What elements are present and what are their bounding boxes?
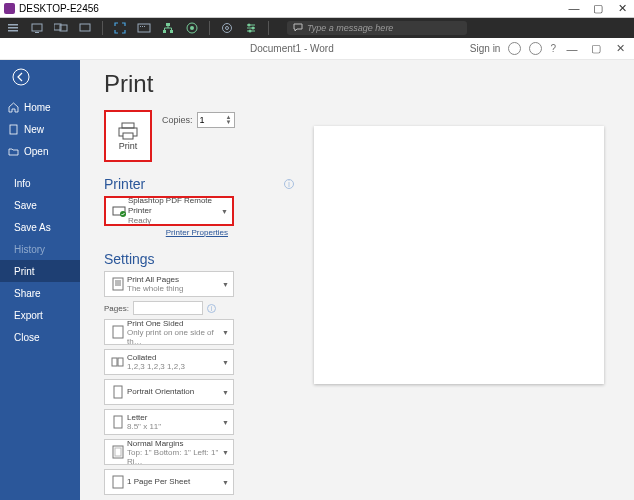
new-doc-icon bbox=[8, 124, 19, 135]
svg-rect-9 bbox=[140, 26, 141, 27]
word-maximize-button[interactable]: ▢ bbox=[588, 42, 604, 55]
sidebar-item-home[interactable]: Home bbox=[0, 96, 80, 118]
folder-open-icon bbox=[8, 146, 19, 157]
print-button-label: Print bbox=[119, 141, 138, 151]
back-button[interactable] bbox=[0, 60, 80, 94]
rc-menu-icon[interactable] bbox=[6, 21, 20, 35]
svg-point-18 bbox=[226, 27, 229, 30]
os-titlebar: DESKTOP-E2456 — ▢ ✕ bbox=[0, 0, 634, 18]
svg-rect-29 bbox=[113, 278, 123, 290]
sidebar-item-share[interactable]: Share bbox=[0, 282, 80, 304]
chevron-down-icon: ▼ bbox=[222, 329, 229, 336]
rc-settings-icon[interactable] bbox=[244, 21, 258, 35]
setting-orientation[interactable]: Portrait Orientation ▼ bbox=[104, 379, 234, 405]
backstage-sidebar: Home New Open Info Save Save As History … bbox=[0, 60, 80, 500]
print-button[interactable]: Print bbox=[104, 110, 152, 162]
printer-status: Ready bbox=[128, 216, 221, 226]
sidebar-item-history: History bbox=[0, 238, 80, 260]
splashtop-logo-icon bbox=[4, 3, 15, 14]
paper-icon bbox=[109, 415, 127, 429]
printer-info-icon[interactable]: i bbox=[284, 179, 294, 189]
setting-pages-per-sheet[interactable]: 1 Page Per Sheet ▼ bbox=[104, 469, 234, 495]
copies-label: Copies: bbox=[162, 115, 193, 125]
svg-rect-8 bbox=[138, 24, 150, 32]
rc-display-icon[interactable] bbox=[78, 21, 92, 35]
feedback-frown-icon[interactable] bbox=[529, 42, 542, 55]
page-per-sheet-icon bbox=[109, 475, 127, 489]
sidebar-item-info[interactable]: Info bbox=[0, 172, 80, 194]
printer-select[interactable]: Splashtop PDF Remote Printer Ready ▼ bbox=[104, 196, 234, 226]
sidebar-item-print[interactable]: Print bbox=[0, 260, 80, 282]
collated-icon bbox=[109, 356, 127, 368]
rc-gear-icon[interactable] bbox=[220, 21, 234, 35]
svg-rect-36 bbox=[115, 448, 121, 456]
copies-value: 1 bbox=[200, 115, 205, 125]
rc-monitor-icon[interactable] bbox=[30, 21, 44, 35]
svg-point-20 bbox=[252, 27, 255, 30]
svg-point-17 bbox=[223, 24, 232, 33]
rc-fullscreen-icon[interactable] bbox=[113, 21, 127, 35]
setting-sided[interactable]: Print One SidedOnly print on one side of… bbox=[104, 319, 234, 345]
pages-info-icon[interactable]: i bbox=[207, 304, 216, 313]
sidebar-item-export[interactable]: Export bbox=[0, 304, 80, 326]
settings-header: Settings bbox=[104, 251, 155, 267]
setting-print-pages[interactable]: Print All PagesThe whole thing ▼ bbox=[104, 271, 234, 297]
sidebar-item-saveas[interactable]: Save As bbox=[0, 216, 80, 238]
os-close-button[interactable]: ✕ bbox=[614, 2, 630, 15]
setting-paper[interactable]: Letter8.5" x 11" ▼ bbox=[104, 409, 234, 435]
document-title: Document1 - Word bbox=[250, 43, 334, 54]
word-close-button[interactable]: ✕ bbox=[612, 42, 628, 55]
word-minimize-button[interactable]: — bbox=[564, 43, 580, 55]
svg-rect-3 bbox=[32, 24, 42, 31]
setting-margins[interactable]: Normal MarginsTop: 1" Bottom: 1" Left: 1… bbox=[104, 439, 234, 465]
svg-rect-32 bbox=[118, 358, 123, 366]
sidebar-item-close[interactable]: Close bbox=[0, 326, 80, 348]
help-button[interactable]: ? bbox=[550, 43, 556, 54]
chevron-down-icon: ▼ bbox=[222, 389, 229, 396]
chat-bubble-icon bbox=[293, 23, 303, 33]
one-sided-icon bbox=[109, 325, 127, 339]
remote-toolbar: Type a message here bbox=[0, 18, 634, 38]
setting-collated[interactable]: Collated1,2,3 1,2,3 1,2,3 ▼ bbox=[104, 349, 234, 375]
svg-rect-12 bbox=[166, 23, 170, 26]
chevron-down-icon: ▼ bbox=[222, 419, 229, 426]
os-maximize-button[interactable]: ▢ bbox=[590, 2, 606, 15]
rc-dual-monitor-icon[interactable] bbox=[54, 21, 68, 35]
rc-keyboard-icon[interactable] bbox=[137, 21, 151, 35]
svg-rect-31 bbox=[112, 358, 117, 366]
os-minimize-button[interactable]: — bbox=[566, 2, 582, 15]
printer-name: Splashtop PDF Remote Printer bbox=[128, 196, 221, 216]
svg-rect-23 bbox=[10, 125, 17, 134]
sidebar-item-open[interactable]: Open bbox=[0, 140, 80, 162]
svg-rect-26 bbox=[123, 133, 133, 139]
signin-link[interactable]: Sign in bbox=[470, 43, 501, 54]
svg-rect-10 bbox=[142, 26, 143, 27]
svg-point-16 bbox=[190, 26, 194, 30]
svg-point-22 bbox=[13, 69, 29, 85]
svg-rect-2 bbox=[8, 30, 18, 32]
printer-properties-link[interactable]: Printer Properties bbox=[104, 228, 234, 237]
svg-point-19 bbox=[248, 24, 251, 27]
feedback-smile-icon[interactable] bbox=[508, 42, 521, 55]
pages-icon bbox=[109, 277, 127, 291]
rc-network-icon[interactable] bbox=[161, 21, 175, 35]
rc-record-icon[interactable] bbox=[185, 21, 199, 35]
margins-icon bbox=[109, 445, 127, 459]
svg-rect-7 bbox=[80, 24, 90, 31]
copies-spinner[interactable]: ▲▼ bbox=[226, 115, 232, 125]
svg-rect-34 bbox=[114, 416, 122, 428]
svg-rect-0 bbox=[8, 24, 18, 26]
svg-point-21 bbox=[249, 30, 252, 33]
svg-rect-33 bbox=[114, 386, 122, 398]
copies-input[interactable]: 1 ▲▼ bbox=[197, 112, 235, 128]
sidebar-label-open: Open bbox=[24, 146, 48, 157]
printer-icon bbox=[117, 121, 139, 141]
pages-input[interactable] bbox=[133, 301, 203, 315]
home-icon bbox=[8, 102, 19, 113]
sidebar-item-save[interactable]: Save bbox=[0, 194, 80, 216]
printer-device-icon bbox=[110, 204, 128, 218]
svg-rect-13 bbox=[163, 30, 166, 33]
chevron-down-icon: ▼ bbox=[222, 359, 229, 366]
sidebar-item-new[interactable]: New bbox=[0, 118, 80, 140]
rc-chat-input[interactable]: Type a message here bbox=[287, 21, 467, 35]
